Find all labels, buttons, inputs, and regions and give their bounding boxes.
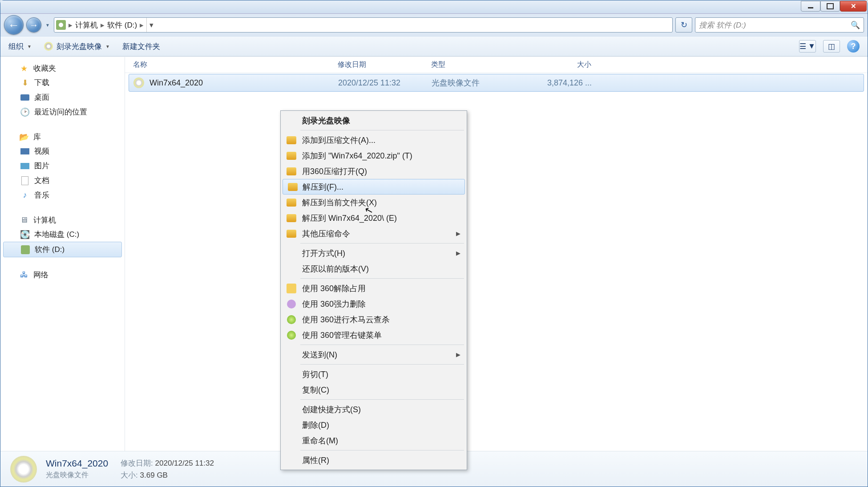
context-menu: 刻录光盘映像 添加到压缩文件(A)... 添加到 "Win7x64_2020.z…	[280, 110, 467, 470]
videos-label: 视频	[34, 146, 49, 156]
favorites-label: 收藏夹	[33, 63, 56, 73]
menu-separator	[300, 278, 464, 279]
menu-separator	[300, 450, 464, 450]
ctx-copy[interactable]: 复制(C)	[282, 382, 466, 398]
archive-icon	[286, 166, 297, 177]
ctx-extract-folder[interactable]: 解压到 Win7x64_2020\ (E)	[282, 210, 466, 226]
breadcrumb-folder[interactable]: 软件 (D:)	[107, 20, 137, 30]
computer-label: 计算机	[33, 215, 56, 225]
360-icon	[286, 299, 297, 309]
ctx-360-menu[interactable]: 使用 360管理右键菜单	[282, 327, 466, 343]
breadcrumb-sep-icon: ▸	[69, 20, 73, 30]
computer-icon: 🖥	[19, 215, 29, 225]
sidebar-libraries[interactable]: 📂 库	[0, 130, 125, 144]
details-size-label: 大小:	[121, 471, 138, 479]
chevron-down-icon: ▼	[27, 44, 32, 49]
ctx-rename[interactable]: 重命名(M)	[282, 433, 466, 448]
search-icon[interactable]: 🔍	[851, 20, 860, 30]
search-input[interactable]: 搜索 软件 (D:) 🔍	[695, 17, 864, 32]
network-icon: 🖧	[19, 270, 29, 280]
sidebar-favorites[interactable]: ★ 收藏夹	[0, 61, 125, 75]
sidebar-drive-c[interactable]: 💽 本地磁盘 (C:)	[0, 227, 125, 242]
libraries-label: 库	[33, 132, 41, 142]
file-name: Win7x64_2020	[149, 78, 338, 88]
music-icon: ♪	[20, 191, 30, 200]
forward-button[interactable]: →	[26, 17, 41, 32]
new-folder-button[interactable]: 新建文件夹	[122, 41, 160, 52]
nav-row: ← → ▼ ▸ 计算机 ▸ 软件 (D:) ▸ ▾ ↻ 搜索 软件 (D:) 🔍	[0, 14, 868, 36]
help-button[interactable]: ?	[847, 40, 860, 53]
ctx-shortcut[interactable]: 创建快捷方式(S)	[282, 402, 466, 417]
sidebar-computer[interactable]: 🖥 计算机	[0, 213, 125, 227]
column-date[interactable]: 修改日期	[338, 60, 431, 69]
nav-history-dropdown[interactable]: ▼	[44, 23, 51, 28]
preview-pane-button[interactable]: ◫	[823, 40, 840, 53]
ctx-other-zip[interactable]: 其他压缩命令▶	[282, 226, 466, 241]
recent-icon: 🕑	[20, 107, 30, 117]
burn-label: 刻录光盘映像	[57, 41, 102, 52]
network-label: 网络	[33, 270, 48, 280]
newfolder-label: 新建文件夹	[122, 41, 160, 52]
search-placeholder: 搜索 软件 (D:)	[699, 20, 746, 30]
organize-label: 组织	[8, 41, 24, 52]
ctx-open-with[interactable]: 打开方式(H)▶	[282, 245, 466, 261]
ctx-delete[interactable]: 删除(D)	[282, 417, 466, 433]
sidebar-documents[interactable]: 文档	[0, 173, 125, 188]
organize-button[interactable]: 组织 ▼	[8, 41, 32, 52]
picture-icon	[20, 161, 30, 171]
column-type[interactable]: 类型	[431, 60, 525, 69]
archive-icon	[286, 213, 297, 223]
back-button[interactable]: ←	[4, 15, 24, 35]
star-icon: ★	[19, 64, 29, 73]
menu-separator	[300, 399, 464, 400]
sidebar-network[interactable]: 🖧 网络	[0, 268, 125, 282]
drive-icon	[20, 245, 30, 255]
sidebar-pictures[interactable]: 图片	[0, 158, 125, 173]
toolbar: 组织 ▼ 刻录光盘映像 ▼ 新建文件夹 ☰ ▼ ◫ ?	[0, 36, 868, 57]
breadcrumb-root[interactable]: 计算机	[75, 20, 98, 30]
ctx-add-archive[interactable]: 添加到压缩文件(A)...	[282, 132, 466, 148]
address-dropdown[interactable]: ▾	[146, 18, 156, 32]
file-type: 光盘映像文件	[432, 77, 525, 88]
maximize-button[interactable]	[820, 1, 840, 12]
sidebar-videos[interactable]: 视频	[0, 144, 125, 158]
sidebar-desktop[interactable]: 桌面	[0, 90, 125, 105]
ctx-add-zip[interactable]: 添加到 "Win7x64_2020.zip" (T)	[282, 148, 466, 163]
drive-c-label: 本地磁盘 (C:)	[34, 229, 79, 239]
column-size[interactable]: 大小	[525, 60, 600, 69]
address-bar[interactable]: ▸ 计算机 ▸ 软件 (D:) ▸ ▾	[54, 17, 673, 32]
menu-separator	[300, 243, 464, 244]
ctx-restore-prev[interactable]: 还原以前的版本(V)	[282, 261, 466, 276]
minimize-button[interactable]	[801, 1, 820, 12]
ctx-burn-image[interactable]: 刻录光盘映像	[282, 113, 466, 128]
sidebar-downloads[interactable]: ⬇ 下载	[0, 75, 125, 90]
ctx-360-force-del[interactable]: 使用 360强力删除	[282, 296, 466, 312]
submenu-arrow-icon: ▶	[456, 250, 460, 256]
desktop-label: 桌面	[34, 92, 49, 102]
sidebar-drive-d[interactable]: 软件 (D:)	[3, 242, 122, 257]
details-date: 2020/12/25 11:32	[155, 459, 214, 467]
ctx-360-unlock[interactable]: 使用 360解除占用	[282, 280, 466, 296]
refresh-button[interactable]: ↻	[675, 17, 692, 32]
drive-icon: 💽	[20, 230, 30, 239]
close-button[interactable]	[840, 1, 867, 12]
toolbar-right: ☰ ▼ ◫ ?	[799, 40, 860, 53]
ctx-360-scan[interactable]: 使用 360进行木马云查杀	[282, 312, 466, 327]
file-row[interactable]: Win7x64_2020 2020/12/25 11:32 光盘映像文件 3,8…	[129, 74, 864, 92]
ctx-extract-to[interactable]: 解压到(F)...	[283, 179, 465, 195]
list-icon: ☰	[799, 42, 806, 51]
ctx-properties[interactable]: 属性(R)	[282, 452, 466, 468]
column-name[interactable]: 名称	[133, 60, 338, 69]
burn-image-button[interactable]: 刻录光盘映像 ▼	[44, 41, 110, 52]
sidebar-music[interactable]: ♪ 音乐	[0, 188, 125, 203]
ctx-send-to[interactable]: 发送到(N)▶	[282, 347, 466, 362]
pictures-label: 图片	[34, 161, 49, 171]
ctx-extract-here[interactable]: 解压到当前文件夹(X)	[282, 195, 466, 210]
details-filetype: 光盘映像文件	[46, 471, 108, 480]
sidebar-recent[interactable]: 🕑 最近访问的位置	[0, 105, 125, 119]
window-controls	[801, 1, 867, 12]
view-mode-button[interactable]: ☰ ▼	[799, 40, 816, 53]
ctx-cut[interactable]: 剪切(T)	[282, 366, 466, 382]
video-icon	[20, 146, 30, 156]
ctx-open-360zip[interactable]: 用360压缩打开(Q)	[282, 163, 466, 179]
